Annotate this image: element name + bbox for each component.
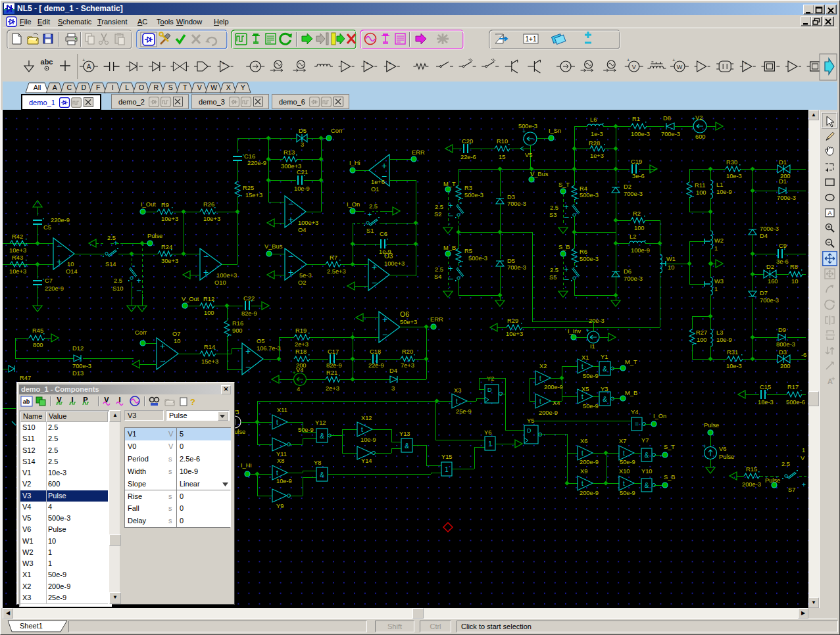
svg-text:10: 10 (67, 261, 74, 268)
svg-text:100e-9: 100e-9 (631, 247, 650, 254)
svg-text:1e+3: 1e+3 (590, 153, 604, 159)
svg-text:10e+3: 10e+3 (203, 216, 220, 222)
svg-text:700e-3: 700e-3 (624, 275, 643, 282)
svg-text:A: A (828, 210, 831, 216)
svg-text:X7: X7 (619, 438, 626, 444)
svg-text:I_On: I_On (347, 201, 360, 208)
svg-text:500e-3: 500e-3 (464, 192, 483, 199)
svg-text:D9: D9 (778, 327, 786, 333)
svg-text:S: S (168, 83, 173, 91)
svg-text:200e-9: 200e-9 (539, 410, 558, 416)
svg-text:1: 1 (488, 440, 492, 448)
svg-text:+: + (288, 214, 293, 225)
svg-text:R18: R18 (295, 348, 307, 355)
svg-text:D7: D7 (760, 290, 768, 296)
svg-text:&: & (603, 396, 607, 403)
svg-text:t: t (276, 419, 278, 426)
svg-text:ERR: ERR (430, 316, 443, 323)
svg-text:&: & (645, 452, 649, 459)
svg-text:4: 4 (297, 386, 300, 392)
svg-text:R5: R5 (464, 248, 472, 254)
svg-text:V_Out: V_Out (182, 296, 199, 302)
svg-text:700e-3: 700e-3 (624, 191, 643, 197)
svg-text:?: ? (190, 397, 195, 407)
svg-text:O: O (139, 83, 144, 91)
svg-text:t: t (581, 393, 583, 400)
svg-text:Pulse: Pulse (719, 454, 734, 460)
svg-text:R27: R27 (696, 329, 707, 336)
svg-text:R20: R20 (402, 348, 413, 355)
svg-text:15: 15 (499, 154, 505, 160)
svg-text:−: − (288, 199, 293, 209)
svg-text:700e-3: 700e-3 (760, 297, 779, 304)
svg-text:X2: X2 (539, 363, 547, 369)
svg-text:-: - (745, 66, 747, 71)
svg-text:220e-9: 220e-9 (247, 160, 266, 166)
svg-text:O7: O7 (172, 331, 180, 337)
svg-text:−: − (448, 210, 453, 221)
svg-text:−: − (288, 251, 293, 262)
svg-text:I1: I1 (590, 343, 595, 350)
svg-text:R13: R13 (284, 149, 295, 156)
svg-text:D: D (81, 83, 86, 91)
svg-text:+: + (366, 61, 368, 66)
svg-text:+: + (382, 160, 387, 171)
svg-text:Pulse: Pulse (147, 233, 162, 239)
svg-text:D4: D4 (760, 233, 768, 239)
svg-text:1: 1 (714, 286, 718, 293)
svg-text:&: & (405, 442, 409, 450)
svg-text:+: + (564, 265, 568, 274)
svg-text:20e-3: 20e-3 (589, 318, 605, 324)
svg-text:25e-9: 25e-9 (456, 408, 472, 415)
svg-text:Corr: Corr (331, 128, 343, 134)
svg-text:+: + (586, 327, 589, 334)
svg-text:X6: X6 (580, 438, 587, 444)
svg-text:3: 3 (391, 385, 395, 392)
svg-text:+: + (288, 267, 293, 277)
svg-text:+: + (448, 264, 453, 273)
svg-text:Y4: Y4 (631, 409, 638, 415)
svg-text:R14: R14 (204, 344, 215, 350)
svg-text:t: t (276, 469, 278, 477)
svg-text:&: & (603, 365, 607, 373)
svg-text:100e+3: 100e+3 (298, 220, 318, 226)
svg-text:10e-3: 10e-3 (726, 363, 742, 369)
svg-text:S_T: S_T (558, 181, 570, 188)
svg-text:R31: R31 (727, 349, 738, 356)
svg-text:+: + (802, 481, 806, 488)
svg-text:600: 600 (695, 133, 706, 140)
svg-text:S3: S3 (549, 212, 556, 218)
svg-text:C: C (66, 83, 72, 91)
svg-text:−: − (160, 356, 165, 367)
svg-text:R17: R17 (787, 384, 799, 390)
svg-text:S7: S7 (788, 486, 795, 493)
svg-text:+: + (368, 210, 372, 218)
svg-text:+: + (57, 256, 62, 267)
svg-text:2.5: 2.5 (550, 204, 558, 211)
svg-text:3e-6: 3e-6 (776, 258, 789, 265)
svg-text:200e-9: 200e-9 (580, 490, 599, 496)
svg-text:2.5: 2.5 (435, 266, 443, 273)
svg-text:+: + (627, 57, 630, 63)
svg-text:D5: D5 (507, 258, 515, 264)
svg-text:−: − (372, 277, 377, 288)
svg-text:500e-3: 500e-3 (468, 255, 487, 262)
svg-text:S_T: S_T (664, 444, 675, 450)
svg-text:S2: S2 (434, 211, 441, 218)
svg-text:S5: S5 (549, 274, 556, 281)
svg-text:V: V (801, 455, 805, 461)
svg-text:22e-9: 22e-9 (368, 362, 384, 369)
svg-text:X5: X5 (581, 386, 589, 392)
svg-text:t: t (623, 450, 625, 457)
svg-text:Y9: Y9 (276, 503, 284, 509)
svg-text:2e+3: 2e+3 (326, 385, 339, 392)
svg-text:900: 900 (232, 327, 243, 334)
svg-text:O6: O6 (400, 310, 409, 318)
svg-text:+: + (448, 201, 453, 210)
svg-text:O4: O4 (298, 227, 306, 233)
svg-text:100: 100 (697, 337, 707, 343)
svg-text:+: + (745, 61, 747, 66)
svg-text:10e-9: 10e-9 (294, 185, 310, 192)
svg-text:10e+3: 10e+3 (161, 216, 178, 222)
svg-text:1+1: 1+1 (526, 35, 537, 43)
